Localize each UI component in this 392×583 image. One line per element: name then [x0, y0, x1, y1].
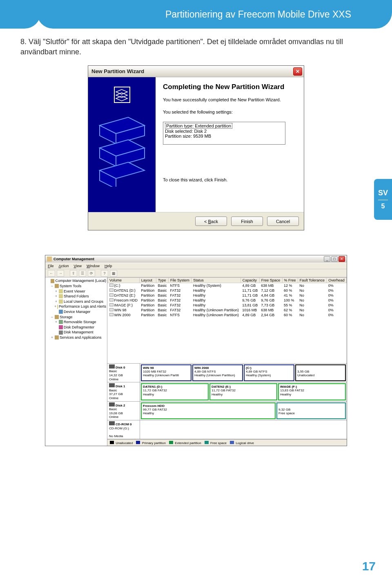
cancel-button[interactable]: Cancel	[267, 217, 299, 226]
tree-item[interactable]: Disk Defragmenter	[46, 325, 106, 330]
page-number: 17	[362, 559, 376, 573]
partition-block[interactable]: DATEN2 (E:)11,72 GB FAT32Healthy	[209, 383, 277, 400]
volume-table: VolumeLayoutTypeFile SystemStatusCapacit…	[107, 277, 347, 317]
menu-item[interactable]: View	[74, 264, 82, 268]
cm-app-icon	[47, 257, 52, 261]
menu-item[interactable]: Window	[87, 264, 100, 268]
column-header[interactable]: Free Space	[259, 278, 282, 283]
close-icon[interactable]: ✕	[293, 67, 302, 76]
disk-row: Disk 0Basic14,32 GBOnlineWIN 981020 MB F…	[107, 364, 347, 382]
wizard-footer: < Back Finish Cancel	[88, 212, 304, 230]
table-row[interactable]: Freecom HDDPartitionBasicFAT32Healthy9,7…	[108, 298, 347, 303]
tree-item[interactable]: −Storage	[46, 315, 106, 320]
back-button[interactable]: < Back	[195, 217, 227, 226]
column-header[interactable]: % Free	[282, 278, 298, 283]
side-tab-divider	[378, 200, 388, 200]
tree-item[interactable]: Computer Management (Local)	[46, 278, 106, 284]
partition-block[interactable]: DATEN1 (D:)11,72 GB FAT32Healthy	[141, 383, 209, 400]
table-row[interactable]: (C:)PartitionBasicNTFSHealthy (System)4,…	[108, 283, 347, 288]
column-header[interactable]: Capacity	[241, 278, 259, 283]
computer-management-window: Computer Management _ □ ✕ FileActionView…	[45, 255, 347, 446]
cm-body: Computer Management (Local)−System Tools…	[45, 277, 347, 446]
partition-block[interactable]: IMAGE (F:)13,83 GB FAT32Healthy	[278, 383, 346, 400]
column-header[interactable]: Layout	[139, 278, 156, 283]
maximize-icon[interactable]: □	[331, 256, 338, 262]
legend-item: Primary partition	[136, 441, 165, 445]
legend-item: Extended partition	[169, 441, 201, 445]
table-row[interactable]: DATEN2 (E:)PartitionBasicFAT32Healthy11,…	[108, 293, 347, 298]
column-header[interactable]: File System	[169, 278, 192, 283]
up-icon[interactable]: ⇧	[70, 270, 77, 277]
tree-item[interactable]: −System Tools	[46, 284, 106, 289]
minimize-icon[interactable]: _	[324, 256, 330, 262]
column-header[interactable]: Status	[192, 278, 241, 283]
books-icon	[112, 85, 132, 105]
column-header[interactable]: Volume	[108, 278, 140, 283]
partition-block[interactable]: (C:)4,89 GB NTFSHealthy (System)	[244, 364, 294, 381]
wizard-close-line: To close this wizard, click Finish.	[163, 177, 296, 182]
column-header[interactable]: Fault Tolerance	[298, 278, 327, 283]
disk-legend: Unallocated Primary partition Extended p…	[107, 439, 347, 446]
disk-panel: Disk 0Basic14,32 GBOnlineWIN 981020 MB F…	[107, 363, 347, 440]
wizard-subtext: You have successfully completed the New …	[163, 97, 296, 102]
legend-item: Unallocated	[110, 441, 133, 445]
nav-back-icon[interactable]: ←	[48, 270, 55, 277]
cm-titlebar: Computer Management _ □ ✕	[45, 255, 347, 263]
side-tab: SV 5	[374, 179, 392, 220]
legend-item: Logical drive	[230, 441, 254, 445]
table-row[interactable]: WIN 98PartitionBasicFAT32Healthy (Unknow…	[108, 308, 347, 313]
disk-row: CD-ROM 0CD-ROM (G:)No Media	[107, 420, 347, 439]
side-tab-chapter: 5	[381, 203, 385, 210]
side-tab-lang: SV	[378, 189, 388, 197]
help-icon[interactable]: ?	[101, 270, 108, 277]
wizard-settings-label: You selected the following settings:	[163, 109, 296, 114]
tree-item[interactable]: +Shared Folders	[46, 294, 106, 299]
wizard-body: Completing the New Partition Wizard You …	[88, 77, 304, 212]
tree-item[interactable]: +Removable Storage	[46, 319, 106, 325]
disk-row: Disk 1Basic37,27 GBOnlineDATEN1 (D:)11,7…	[107, 382, 347, 401]
refresh-icon[interactable]: ⟳	[88, 270, 95, 277]
view-icon[interactable]: ▦	[110, 270, 117, 277]
tree-item[interactable]: +Services and Applications	[46, 335, 106, 340]
partition-block[interactable]: WIN 981020 MB FAT32Healthy (Unknown Part…	[141, 364, 192, 381]
disk-label: Disk 2Basic19,08 GBOnline	[107, 402, 140, 420]
tree-item[interactable]: +Local Users and Groups	[46, 299, 106, 304]
disk-label: Disk 1Basic37,27 GBOnline	[107, 382, 140, 401]
tree-item[interactable]: +Performance Logs and Alerts	[46, 304, 106, 309]
cm-menubar: FileActionViewWindowHelp	[45, 263, 347, 269]
setting-row: Partition type: Extended partition	[165, 123, 232, 129]
wizard-main: Completing the New Partition Wizard You …	[156, 77, 304, 212]
settings-list: Partition type: Extended partition Disk …	[163, 122, 285, 145]
partition-block[interactable]: 9,32 GBFree space	[276, 402, 346, 419]
column-header[interactable]: Type	[156, 278, 168, 283]
menu-item[interactable]: File	[48, 264, 54, 268]
table-row[interactable]: WIN 2000PartitionBasicNTFSHealthy (Unkno…	[108, 313, 347, 317]
tree-item[interactable]: Disk Management	[46, 330, 106, 335]
menu-item[interactable]: Action	[59, 264, 69, 268]
wizard-side-graphic	[88, 77, 156, 212]
setting-row: Partition size: 9539 MB	[165, 134, 283, 138]
page-header: Partitioniering av Freecom Mobile Drive …	[0, 0, 392, 29]
props-icon[interactable]: ☰	[79, 270, 86, 277]
table-row[interactable]: IMAGE (F:)PartitionBasicFAT32Healthy13,8…	[108, 303, 347, 308]
disk-label: Disk 0Basic14,32 GBOnline	[107, 364, 140, 382]
wizard-heading: Completing the New Partition Wizard	[163, 83, 296, 91]
menu-item[interactable]: Help	[105, 264, 112, 268]
tree-item[interactable]: Device Manager	[46, 309, 106, 315]
partition-block[interactable]: 3,55 GBUnallocated	[295, 364, 346, 381]
table-row[interactable]: DATEN1 (D:)PartitionBasicFAT32Healthy11,…	[108, 288, 347, 293]
body-paragraph: 8. Välj "Slutför" för att skapa den "Utv…	[20, 37, 372, 57]
close-icon[interactable]: ✕	[339, 256, 345, 262]
column-header[interactable]: Overhead	[327, 278, 347, 283]
partition-block[interactable]: Freecom HDD99,77 GB FAT32Healthy	[141, 402, 276, 419]
nav-fwd-icon[interactable]: →	[57, 270, 64, 277]
setting-row: Disk selected: Disk 2	[165, 129, 283, 134]
finish-button[interactable]: Finish	[231, 217, 263, 226]
cm-toolbar: ← → ⇧ ☰ ⟳ ? ▦	[45, 269, 347, 277]
wizard-titlebar: New Partition Wizard ✕	[88, 66, 304, 77]
header-tab-left	[0, 0, 41, 29]
cm-tree[interactable]: Computer Management (Local)−System Tools…	[45, 277, 107, 446]
tree-item[interactable]: +Event Viewer	[46, 289, 106, 294]
new-partition-wizard: New Partition Wizard ✕	[88, 65, 304, 230]
partition-block[interactable]: WIN 20004,89 GB NTFSHealthy (Unknown Par…	[192, 364, 243, 381]
